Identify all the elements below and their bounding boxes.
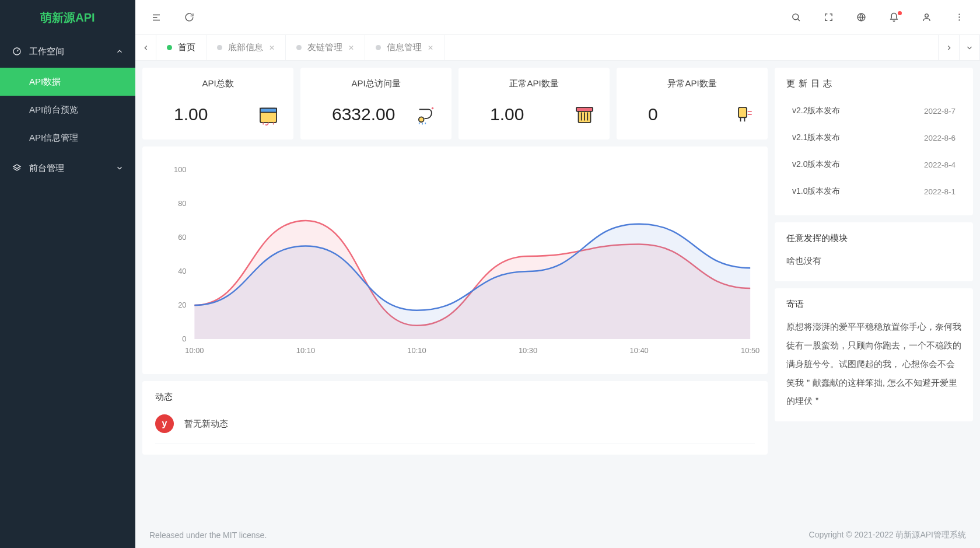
sidebar: 萌新源API 工作空间 API数据 API前台预览 API信息管理 [0, 0, 135, 548]
svg-text:10:10: 10:10 [407, 346, 426, 355]
svg-text:0: 0 [182, 334, 186, 343]
chevron-down-icon [116, 164, 124, 172]
activity-row: y 暂无新动态 [155, 414, 755, 444]
line-chart: 02040608010010:0010:1010:1010:3010:4010:… [148, 158, 762, 368]
tab-label: 首页 [178, 42, 195, 53]
sidebar-group-label: 工作空间 [29, 46, 64, 57]
tab-dot-icon [376, 45, 381, 50]
changelog-name: v2.1版本发布 [792, 132, 840, 143]
sidebar-item-api-manage[interactable]: API信息管理 [0, 124, 135, 152]
stat-value: 1.00 [471, 104, 524, 124]
svg-point-9 [925, 14, 928, 18]
notifications-button[interactable] [887, 11, 901, 25]
svg-line-6 [797, 19, 800, 21]
svg-text:10:50: 10:50 [741, 346, 760, 355]
footer-link[interactable]: 萌新源API管理系统 [895, 530, 966, 539]
user-menu-button[interactable] [919, 11, 933, 25]
footer-right: Copyright © 2021-2022 萌新源API管理系统 [809, 530, 966, 540]
changelog-date: 2022-8-6 [924, 134, 956, 142]
freeform-title: 任意发挥的模块 [786, 233, 961, 244]
svg-rect-18 [576, 107, 593, 111]
svg-point-11 [958, 16, 960, 18]
changelog-item[interactable]: v2.2版本发布2022-8-7 [786, 97, 961, 124]
tabs-container: 首页底部信息✕友链管理✕信息管理✕ [156, 35, 938, 60]
stat-icon [572, 102, 597, 127]
freeform-panel: 任意发挥的模块 啥也没有 [775, 222, 973, 281]
close-icon[interactable]: ✕ [269, 44, 275, 52]
avatar: y [155, 414, 174, 433]
changelog-name: v2.2版本发布 [792, 106, 840, 116]
tab-2[interactable]: 友链管理✕ [286, 35, 365, 60]
reload-button[interactable] [182, 11, 196, 25]
close-icon[interactable]: ✕ [428, 44, 433, 52]
fullscreen-button[interactable] [821, 11, 835, 25]
changelog-name: v2.0版本发布 [792, 159, 840, 170]
stat-value: 6332.00 [313, 104, 395, 124]
svg-point-10 [958, 13, 960, 15]
tabs-scroll-left[interactable] [135, 35, 156, 60]
tab-0[interactable]: 首页 [156, 35, 206, 60]
activity-title: 动态 [155, 392, 755, 403]
sidebar-item-label: API数据 [29, 76, 61, 88]
sidebar-item-api-data[interactable]: API数据 [0, 68, 135, 96]
message-title: 寄语 [786, 299, 961, 310]
tab-1[interactable]: 底部信息✕ [206, 35, 286, 60]
svg-text:10:40: 10:40 [629, 346, 648, 355]
tabs-scroll-right[interactable] [938, 35, 959, 60]
changelog-item[interactable]: v1.0版本发布2022-8-1 [786, 178, 961, 205]
stat-value: 1.00 [155, 104, 208, 124]
content: API总数1.00API总访问量6332.00正常API数量1.00异常API数… [135, 61, 980, 522]
svg-text:20: 20 [178, 301, 186, 309]
language-button[interactable] [854, 11, 868, 25]
changelog-date: 2022-8-7 [924, 107, 956, 116]
svg-text:40: 40 [178, 267, 186, 275]
more-menu-button[interactable] [952, 11, 966, 25]
activity-empty-text: 暂无新动态 [184, 418, 228, 430]
sidebar-group-label: 前台管理 [29, 163, 64, 174]
svg-rect-22 [738, 107, 747, 118]
sidebar-group-workspace[interactable]: 工作空间 [0, 35, 135, 68]
changelog-name: v1.0版本发布 [792, 186, 840, 197]
chevron-up-icon [116, 47, 124, 55]
tabs-dropdown[interactable] [959, 35, 980, 60]
chart-card: 02040608010010:0010:1010:1010:3010:4010:… [142, 146, 768, 374]
changelog-date: 2022-8-4 [924, 160, 956, 169]
changelog-item[interactable]: v2.0版本发布2022-8-4 [786, 151, 961, 178]
stat-card-3: 异常API数量0 [617, 68, 768, 139]
activity-panel: 动态 y 暂无新动态 [142, 381, 768, 455]
sidebar-group-frontend[interactable]: 前台管理 [0, 152, 135, 184]
stat-icon [256, 102, 281, 127]
tab-3[interactable]: 信息管理✕ [365, 35, 444, 60]
svg-point-5 [792, 14, 798, 20]
stat-icon [730, 102, 755, 127]
search-button[interactable] [789, 11, 803, 25]
svg-text:100: 100 [174, 165, 187, 174]
changelog-title: 更新日志 [786, 78, 961, 89]
brand-logo[interactable]: 萌新源API [0, 0, 135, 35]
stat-value: 0 [629, 104, 658, 124]
tab-label: 底部信息 [228, 42, 263, 53]
svg-text:60: 60 [178, 233, 186, 242]
close-icon[interactable]: ✕ [348, 44, 354, 52]
message-panel: 寄语 原想将澎湃的爱平平稳稳放置你手心，奈何我徒有一股蛮劲，只顾向你跑去，一个不… [775, 288, 973, 421]
sidebar-item-label: API前台预览 [29, 104, 78, 116]
svg-text:80: 80 [178, 199, 186, 208]
tabs-bar: 首页底部信息✕友链管理✕信息管理✕ [135, 35, 980, 61]
freeform-text: 啥也没有 [786, 252, 961, 271]
sidebar-item-api-preview[interactable]: API前台预览 [0, 96, 135, 124]
layers-icon [12, 163, 22, 173]
tab-dot-icon [296, 45, 302, 50]
svg-text:10:30: 10:30 [519, 346, 537, 355]
stat-card-2: 正常API数量1.00 [459, 68, 610, 139]
changelog-item[interactable]: v2.1版本发布2022-8-6 [786, 124, 961, 151]
footer: Released under the MIT license. Copyrigh… [135, 522, 980, 548]
svg-text:10:00: 10:00 [185, 346, 204, 355]
changelog-panel: 更新日志 v2.2版本发布2022-8-7v2.1版本发布2022-8-6v2.… [775, 68, 973, 215]
collapse-sidebar-button[interactable] [149, 11, 163, 25]
tab-label: 友链管理 [307, 42, 342, 53]
tab-dot-icon [217, 45, 222, 50]
svg-text:10:10: 10:10 [296, 346, 315, 355]
stat-title: API总数 [155, 78, 281, 89]
main: 首页底部信息✕友链管理✕信息管理✕ API总数1.00API总访问量6332.0… [135, 0, 980, 548]
stats-row: API总数1.00API总访问量6332.00正常API数量1.00异常API数… [142, 68, 768, 139]
